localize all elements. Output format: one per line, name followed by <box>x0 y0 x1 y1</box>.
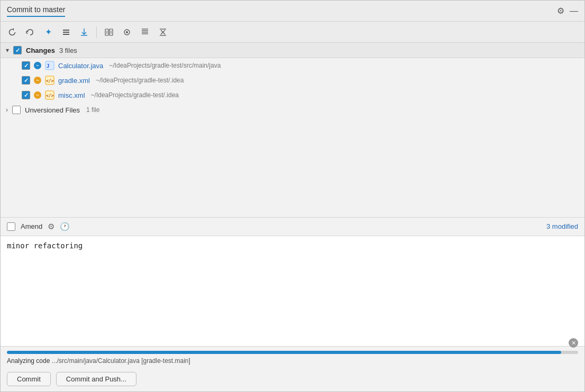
expand-all-button[interactable] <box>138 25 152 40</box>
unversioned-checkbox[interactable] <box>12 106 21 114</box>
unversioned-header[interactable]: › Unversioned Files 1 file <box>1 102 584 117</box>
file-item-calculator[interactable]: ~ J Calculator.java ~/IdeaProjects/gradl… <box>1 58 584 73</box>
misc-change-badge: ~ <box>34 91 41 99</box>
changes-checkbox[interactable] <box>13 46 22 54</box>
amend-checkbox[interactable] <box>7 222 15 231</box>
gradle-filepath: ~/IdeaProjects/gradle-test/.idea <box>96 77 184 84</box>
progress-area: ✕ Analyzing code .../src/main/java/Calcu… <box>1 346 584 367</box>
window-title: Commit to master <box>7 5 65 17</box>
commit-message-input[interactable] <box>1 236 584 347</box>
progress-text: Analyzing code .../src/main/java/Calcula… <box>7 357 578 365</box>
list-view-button[interactable] <box>59 25 74 40</box>
progress-detail: .../src/main/java/Calculator.java [gradl… <box>52 357 190 365</box>
changes-chevron-icon[interactable]: ▾ <box>6 46 9 54</box>
misc-filepath: ~/IdeaProjects/gradle-test/.idea <box>91 91 179 99</box>
progress-label: Analyzing code <box>7 357 50 365</box>
modified-count: 3 modified <box>546 222 578 230</box>
calculator-change-badge: ~ <box>34 62 41 69</box>
svg-point-9 <box>126 31 128 33</box>
svg-rect-0 <box>63 30 69 31</box>
commit-and-push-button[interactable]: Commit and Push... <box>56 372 136 386</box>
changes-label: Changes <box>26 46 55 54</box>
undo-button[interactable] <box>23 25 38 40</box>
progress-bar-fill <box>7 351 561 354</box>
svg-rect-2 <box>63 34 69 35</box>
calculator-java-icon: J <box>45 61 54 70</box>
toolbar: ✦ <box>1 22 584 43</box>
ai-button[interactable]: ✦ <box>41 25 56 40</box>
gradle-xml-icon: </> <box>45 76 54 85</box>
svg-text:</>: </> <box>46 94 54 98</box>
download-button[interactable] <box>77 25 92 40</box>
misc-checkbox[interactable] <box>22 91 30 99</box>
changes-count: 3 files <box>59 46 77 54</box>
commit-button[interactable]: Commit <box>7 372 51 386</box>
toolbar-separator-1 <box>96 26 97 38</box>
unversioned-count: 1 file <box>86 106 99 114</box>
title-bar: Commit to master ⚙ — <box>1 1 584 22</box>
gradle-filename: gradle.xml <box>58 77 90 85</box>
gradle-change-badge: ~ <box>34 77 41 84</box>
collapse-all-button[interactable] <box>156 25 170 40</box>
changes-header[interactable]: ▾ Changes 3 files <box>1 43 584 58</box>
progress-bar-container <box>7 351 578 354</box>
file-tree: ▾ Changes 3 files ~ J Calculator.java ~/… <box>1 43 584 217</box>
misc-filename: misc.xml <box>58 91 85 99</box>
amend-section: Amend ⚙ 🕐 3 modified <box>1 217 584 236</box>
diff-view-button[interactable] <box>102 25 116 40</box>
title-bar-actions: ⚙ — <box>557 6 578 16</box>
gradle-checkbox[interactable] <box>22 76 30 85</box>
minimize-icon[interactable]: — <box>570 6 578 16</box>
svg-text:</>: </> <box>46 79 54 83</box>
calculator-filepath: ~/IdeaProjects/gradle-test/src/main/java <box>109 62 221 69</box>
calculator-checkbox[interactable] <box>22 61 30 70</box>
svg-rect-1 <box>63 32 69 33</box>
amend-label: Amend <box>21 222 42 230</box>
progress-bar-wrapper: ✕ <box>7 351 578 354</box>
unversioned-label: Unversioned Files <box>25 106 80 114</box>
file-item-misc[interactable]: ~ </> misc.xml ~/IdeaProjects/gradle-tes… <box>1 88 584 102</box>
refresh-button[interactable] <box>5 25 20 40</box>
file-item-gradle[interactable]: ~ </> gradle.xml ~/IdeaProjects/gradle-t… <box>1 73 584 88</box>
calculator-filename: Calculator.java <box>58 62 103 70</box>
preview-button[interactable] <box>120 25 134 40</box>
history-amend-icon[interactable]: 🕐 <box>60 222 70 231</box>
unversioned-chevron-icon[interactable]: › <box>6 106 8 114</box>
settings-amend-icon[interactable]: ⚙ <box>48 222 54 231</box>
button-bar: Commit Commit and Push... <box>1 367 584 391</box>
progress-close-button[interactable]: ✕ <box>569 338 578 348</box>
commit-window: Commit to master ⚙ — ✦ <box>0 0 585 392</box>
misc-xml-icon: </> <box>45 90 54 100</box>
settings-icon[interactable]: ⚙ <box>557 6 564 16</box>
svg-text:J: J <box>47 63 49 69</box>
title-bar-title: Commit to master <box>7 5 65 17</box>
